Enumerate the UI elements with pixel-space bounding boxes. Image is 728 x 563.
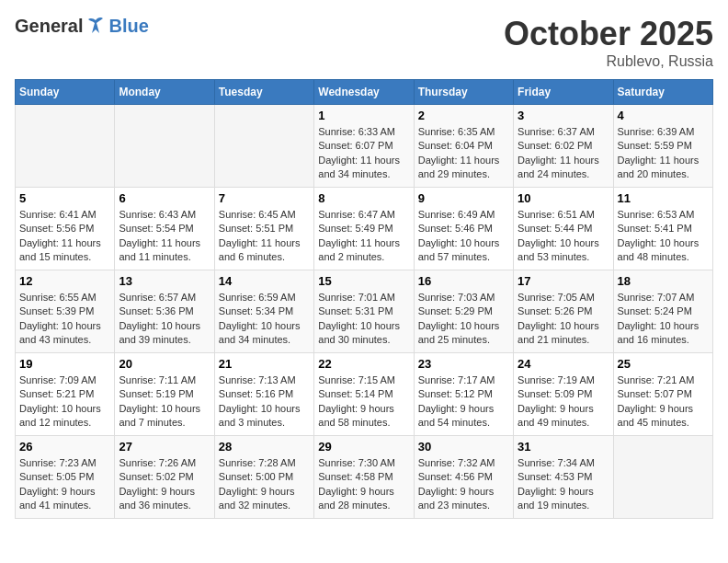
calendar-cell: 7Sunrise: 6:45 AM Sunset: 5:51 PM Daylig…: [214, 188, 313, 270]
day-content: Sunrise: 7:01 AM Sunset: 5:31 PM Dayligh…: [318, 291, 409, 348]
calendar-cell: 14Sunrise: 6:59 AM Sunset: 5:34 PM Dayli…: [214, 270, 313, 353]
calendar-week-4: 19Sunrise: 7:09 AM Sunset: 5:21 PM Dayli…: [16, 353, 713, 436]
day-number: 3: [518, 109, 609, 122]
calendar-cell: 19Sunrise: 7:09 AM Sunset: 5:21 PM Dayli…: [16, 353, 115, 436]
day-number: 31: [518, 440, 609, 454]
day-content: Sunrise: 7:03 AM Sunset: 5:29 PM Dayligh…: [418, 291, 509, 348]
day-content: Sunrise: 6:53 AM Sunset: 5:41 PM Dayligh…: [618, 208, 709, 265]
weekday-header-monday: Monday: [115, 80, 214, 105]
day-content: Sunrise: 6:33 AM Sunset: 6:07 PM Dayligh…: [318, 125, 409, 182]
calendar-cell: 15Sunrise: 7:01 AM Sunset: 5:31 PM Dayli…: [314, 270, 414, 353]
calendar-cell: 24Sunrise: 7:19 AM Sunset: 5:09 PM Dayli…: [514, 353, 613, 436]
month-title: October 2025: [504, 15, 713, 53]
day-number: 29: [318, 440, 409, 454]
day-number: 27: [119, 440, 210, 454]
calendar-cell: 1Sunrise: 6:33 AM Sunset: 6:07 PM Daylig…: [314, 105, 414, 188]
day-number: 25: [618, 357, 709, 371]
logo-blue-text: Blue: [108, 16, 148, 37]
logo-bird-icon: [85, 15, 107, 37]
day-content: Sunrise: 7:05 AM Sunset: 5:26 PM Dayligh…: [518, 291, 609, 348]
header: General Blue October 2025 Rublevo, Russi…: [15, 15, 713, 70]
day-number: 17: [518, 274, 609, 288]
day-number: 24: [518, 357, 609, 371]
weekday-header-friday: Friday: [514, 80, 613, 105]
day-content: Sunrise: 7:32 AM Sunset: 4:56 PM Dayligh…: [418, 456, 509, 513]
day-number: 15: [318, 274, 409, 288]
calendar-cell: 25Sunrise: 7:21 AM Sunset: 5:07 PM Dayli…: [613, 353, 712, 436]
day-number: 26: [19, 440, 110, 454]
day-content: Sunrise: 6:39 AM Sunset: 5:59 PM Dayligh…: [618, 125, 709, 182]
day-number: 21: [219, 357, 310, 371]
day-content: Sunrise: 7:15 AM Sunset: 5:14 PM Dayligh…: [318, 373, 409, 431]
day-number: 22: [318, 357, 409, 371]
day-number: 23: [418, 357, 509, 371]
day-number: 9: [418, 191, 509, 205]
logo: General Blue: [15, 15, 149, 37]
day-content: Sunrise: 7:17 AM Sunset: 5:12 PM Dayligh…: [418, 373, 509, 431]
calendar-week-2: 5Sunrise: 6:41 AM Sunset: 5:56 PM Daylig…: [16, 188, 713, 270]
day-number: 20: [119, 357, 210, 371]
calendar-cell: 3Sunrise: 6:37 AM Sunset: 6:02 PM Daylig…: [514, 105, 613, 188]
weekday-header-tuesday: Tuesday: [214, 80, 313, 105]
day-content: Sunrise: 7:11 AM Sunset: 5:19 PM Dayligh…: [119, 373, 210, 431]
day-content: Sunrise: 6:43 AM Sunset: 5:54 PM Dayligh…: [119, 208, 210, 265]
day-number: 2: [418, 109, 509, 122]
calendar-week-5: 26Sunrise: 7:23 AM Sunset: 5:05 PM Dayli…: [16, 436, 713, 519]
calendar-cell: 27Sunrise: 7:26 AM Sunset: 5:02 PM Dayli…: [115, 436, 214, 519]
calendar-week-3: 12Sunrise: 6:55 AM Sunset: 5:39 PM Dayli…: [16, 270, 713, 353]
day-number: 18: [618, 274, 709, 288]
day-number: 8: [318, 191, 409, 205]
weekday-header-sunday: Sunday: [16, 80, 115, 105]
calendar-cell: 21Sunrise: 7:13 AM Sunset: 5:16 PM Dayli…: [214, 353, 313, 436]
calendar-cell: 4Sunrise: 6:39 AM Sunset: 5:59 PM Daylig…: [613, 105, 712, 188]
weekday-header-thursday: Thursday: [414, 80, 513, 105]
calendar-cell: 17Sunrise: 7:05 AM Sunset: 5:26 PM Dayli…: [514, 270, 613, 353]
calendar-table: SundayMondayTuesdayWednesdayThursdayFrid…: [15, 79, 713, 519]
day-content: Sunrise: 6:47 AM Sunset: 5:49 PM Dayligh…: [318, 208, 409, 265]
calendar-cell: 20Sunrise: 7:11 AM Sunset: 5:19 PM Dayli…: [115, 353, 214, 436]
day-number: 28: [219, 440, 310, 454]
calendar-cell: 12Sunrise: 6:55 AM Sunset: 5:39 PM Dayli…: [16, 270, 115, 353]
day-content: Sunrise: 7:21 AM Sunset: 5:07 PM Dayligh…: [618, 373, 709, 431]
day-content: Sunrise: 7:09 AM Sunset: 5:21 PM Dayligh…: [19, 373, 110, 431]
day-content: Sunrise: 6:41 AM Sunset: 5:56 PM Dayligh…: [19, 208, 110, 265]
day-number: 5: [19, 191, 110, 205]
day-content: Sunrise: 7:19 AM Sunset: 5:09 PM Dayligh…: [518, 373, 609, 431]
location: Rublevo, Russia: [504, 53, 713, 70]
day-content: Sunrise: 6:51 AM Sunset: 5:44 PM Dayligh…: [518, 208, 609, 265]
calendar-cell: [115, 105, 214, 188]
calendar-cell: [16, 105, 115, 188]
calendar-cell: 10Sunrise: 6:51 AM Sunset: 5:44 PM Dayli…: [514, 188, 613, 270]
day-number: 11: [618, 191, 709, 205]
day-number: 6: [119, 191, 210, 205]
calendar-cell: 11Sunrise: 6:53 AM Sunset: 5:41 PM Dayli…: [613, 188, 712, 270]
logo-icon: General Blue: [15, 15, 149, 37]
day-number: 19: [19, 357, 110, 371]
weekday-header-wednesday: Wednesday: [314, 80, 414, 105]
day-content: Sunrise: 7:13 AM Sunset: 5:16 PM Dayligh…: [219, 373, 310, 431]
day-number: 7: [219, 191, 310, 205]
day-content: Sunrise: 6:57 AM Sunset: 5:36 PM Dayligh…: [119, 291, 210, 348]
calendar-cell: 31Sunrise: 7:34 AM Sunset: 4:53 PM Dayli…: [514, 436, 613, 519]
calendar-cell: 26Sunrise: 7:23 AM Sunset: 5:05 PM Dayli…: [16, 436, 115, 519]
calendar-cell: 16Sunrise: 7:03 AM Sunset: 5:29 PM Dayli…: [414, 270, 513, 353]
calendar-cell: 28Sunrise: 7:28 AM Sunset: 5:00 PM Dayli…: [214, 436, 313, 519]
calendar-cell: 22Sunrise: 7:15 AM Sunset: 5:14 PM Dayli…: [314, 353, 414, 436]
calendar-cell: 13Sunrise: 6:57 AM Sunset: 5:36 PM Dayli…: [115, 270, 214, 353]
day-number: 12: [19, 274, 110, 288]
day-number: 14: [219, 274, 310, 288]
weekday-header-saturday: Saturday: [613, 80, 712, 105]
day-content: Sunrise: 6:37 AM Sunset: 6:02 PM Dayligh…: [518, 125, 609, 182]
day-number: 13: [119, 274, 210, 288]
calendar-cell: 2Sunrise: 6:35 AM Sunset: 6:04 PM Daylig…: [414, 105, 513, 188]
calendar-cell: 6Sunrise: 6:43 AM Sunset: 5:54 PM Daylig…: [115, 188, 214, 270]
calendar-cell: 8Sunrise: 6:47 AM Sunset: 5:49 PM Daylig…: [314, 188, 414, 270]
day-content: Sunrise: 7:28 AM Sunset: 5:00 PM Dayligh…: [219, 456, 310, 513]
day-number: 30: [418, 440, 509, 454]
day-content: Sunrise: 6:35 AM Sunset: 6:04 PM Dayligh…: [418, 125, 509, 182]
day-content: Sunrise: 6:59 AM Sunset: 5:34 PM Dayligh…: [219, 291, 310, 348]
day-content: Sunrise: 7:34 AM Sunset: 4:53 PM Dayligh…: [518, 456, 609, 513]
day-number: 16: [418, 274, 509, 288]
day-content: Sunrise: 6:49 AM Sunset: 5:46 PM Dayligh…: [418, 208, 509, 265]
day-content: Sunrise: 7:23 AM Sunset: 5:05 PM Dayligh…: [19, 456, 110, 513]
